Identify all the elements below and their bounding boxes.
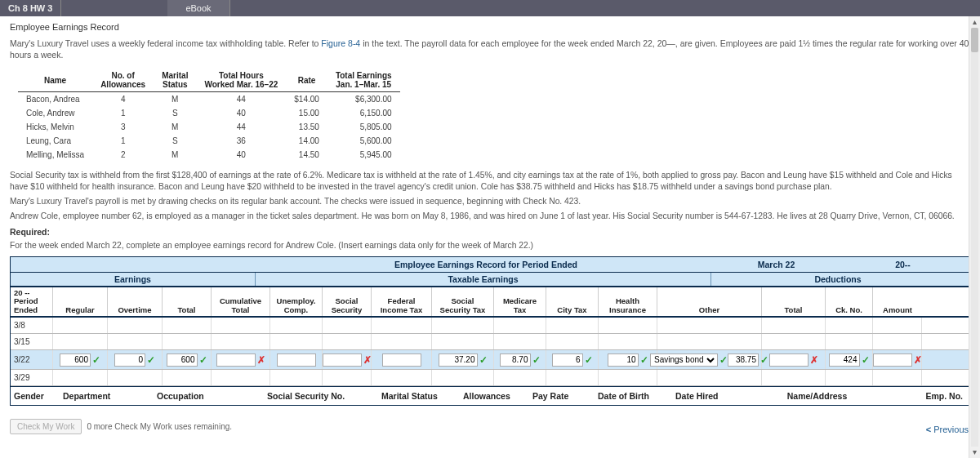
payrate-label: Pay Rate <box>529 391 595 401</box>
marital-label: Marital Status <box>378 391 460 401</box>
allowances-label: Allowances <box>460 391 529 401</box>
ot-input[interactable] <box>114 354 145 367</box>
hw-title: Ch 8 HW 3 <box>0 0 61 16</box>
payroll-row: Hicks, Melvin3M4413.505,805.00 <box>18 120 400 134</box>
gender-label: Gender <box>11 391 60 401</box>
previous-link[interactable]: Previous <box>926 425 969 434</box>
record-year: 20-- <box>840 260 966 269</box>
paragraph-1: Social Security tax is withheld from the… <box>10 170 970 193</box>
scroll-down-arrow[interactable]: ▾ <box>969 447 980 458</box>
check-my-work-button[interactable]: Check My Work <box>10 419 82 434</box>
hired-label: Date Hired <box>672 391 746 401</box>
empno-label: Emp. No. <box>889 391 969 401</box>
payroll-row: Bacon, Andrea4M44$14.00$6,300.00 <box>18 92 400 107</box>
dob-label: Date of Birth <box>595 391 672 401</box>
unemp-input[interactable] <box>277 354 316 367</box>
cum-input[interactable] <box>216 354 256 367</box>
address-label: Name/Address <box>746 391 889 401</box>
ssn-label: Social Security No. <box>264 391 378 401</box>
intro-text: Mary's Luxury Travel uses a weekly feder… <box>10 38 970 60</box>
other-amount-input[interactable] <box>728 354 759 367</box>
page-title: Employee Earnings Record <box>10 22 970 32</box>
earnings-record: Employee Earnings Record for Period Ende… <box>10 256 970 406</box>
record-row: 3/29 <box>11 370 969 386</box>
paragraph-2: Mary's Luxury Travel's payroll is met by… <box>10 196 970 207</box>
dept-label: Department <box>60 391 154 401</box>
city-input[interactable] <box>552 354 583 367</box>
figure-link[interactable]: Figure 8-4 <box>321 38 360 48</box>
earnings-section: Earnings <box>11 273 256 286</box>
sstax-input[interactable] <box>439 354 478 367</box>
record-row: 3/22✓✓✓✗✗✓✓✓✓Savings bond✓ ✓✗✓✗ <box>11 350 969 370</box>
record-title: Employee Earnings Record for Period Ende… <box>259 260 713 269</box>
record-date: March 22 <box>713 260 840 269</box>
payroll-row: Leung, Cara1S3614.005,600.00 <box>18 134 400 148</box>
record-row: 3/15 <box>11 334 969 350</box>
required-label: Required: <box>10 227 970 237</box>
ebook-tab[interactable]: eBook <box>167 0 229 16</box>
scroll-up-arrow[interactable]: ▴ <box>969 16 980 28</box>
payroll-row: Melling, Melissa2M4014.505,945.00 <box>18 148 400 162</box>
dedtot-input[interactable] <box>769 354 808 367</box>
deductions-section: Deductions <box>711 273 964 286</box>
payroll-table: Name No. of Allowances Marital Status To… <box>18 69 400 162</box>
health-input[interactable] <box>608 354 639 367</box>
ck-input[interactable] <box>829 354 860 367</box>
other-select[interactable]: Savings bond <box>650 354 718 367</box>
scroll-thumb[interactable] <box>971 28 978 52</box>
record-row: 3/8 <box>11 318 969 334</box>
payroll-row: Cole, Andrew1S4015.006,150.00 <box>18 106 400 120</box>
total-input[interactable] <box>167 354 198 367</box>
ss-input[interactable] <box>323 354 362 367</box>
vertical-scrollbar[interactable]: ▴ ▾ <box>969 16 980 458</box>
occupation-label: Occupation <box>154 391 264 401</box>
paragraph-3: Andrew Cole, employee number 62, is empl… <box>10 211 970 222</box>
check-remaining: 0 more Check My Work uses remaining. <box>87 422 232 431</box>
required-text: For the week ended March 22, complete an… <box>10 240 970 251</box>
taxable-section: Taxable Earnings <box>256 273 711 286</box>
fed-input[interactable] <box>382 354 421 367</box>
reg-input[interactable] <box>60 354 91 367</box>
med-input[interactable] <box>500 354 531 367</box>
amt-input[interactable] <box>873 354 912 367</box>
